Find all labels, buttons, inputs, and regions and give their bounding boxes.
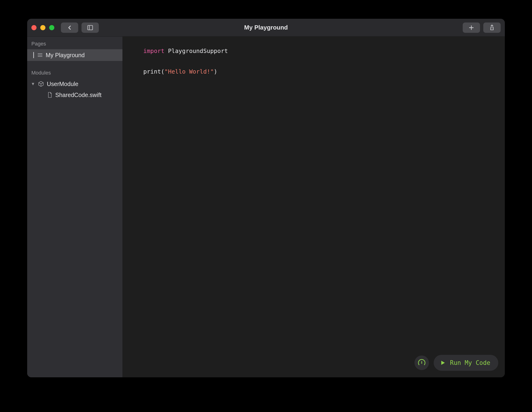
toolbar-left-buttons xyxy=(61,22,99,33)
minimize-window-button[interactable] xyxy=(40,25,45,30)
share-icon xyxy=(489,24,495,31)
run-code-button[interactable]: Run My Code xyxy=(434,355,498,371)
file-item-sharedcode[interactable]: SharedCode.swift xyxy=(27,89,123,100)
maximize-window-button[interactable] xyxy=(49,25,54,30)
performance-gauge-button[interactable] xyxy=(414,355,429,370)
code-editor[interactable]: import PlaygroundSupport print("Hello Wo… xyxy=(123,37,505,377)
toolbar-right-buttons xyxy=(463,22,501,33)
package-icon xyxy=(38,81,44,87)
module-item-label: UserModule xyxy=(47,81,78,88)
svg-rect-0 xyxy=(88,25,93,30)
sidebar: Pages My Playground Modules ▼ UserModule xyxy=(27,37,123,377)
modules-section-header: Modules xyxy=(27,68,123,78)
sidebar-icon xyxy=(87,24,94,31)
file-item-label: SharedCode.swift xyxy=(55,92,101,98)
page-item-my-playground[interactable]: My Playground xyxy=(27,49,123,61)
modules-section: Modules ▼ UserModule SharedCode.swift xyxy=(27,66,123,100)
window-body: Pages My Playground Modules ▼ UserModule xyxy=(27,37,505,377)
file-icon xyxy=(47,92,52,98)
toggle-sidebar-button[interactable] xyxy=(82,22,99,33)
traffic-lights xyxy=(31,25,54,30)
pages-section-header: Pages xyxy=(27,37,123,49)
window-title: My Playground xyxy=(244,24,288,31)
code-string: "Hello World!" xyxy=(164,68,214,75)
add-button[interactable] xyxy=(463,22,480,33)
code-keyword: import xyxy=(143,48,164,54)
page-lines-icon xyxy=(37,53,43,58)
selection-indicator xyxy=(33,52,34,58)
run-button-label: Run My Code xyxy=(450,358,490,368)
module-item-usermodule[interactable]: ▼ UserModule xyxy=(27,78,123,89)
page-item-label: My Playground xyxy=(46,52,85,59)
code-content: import PlaygroundSupport print("Hello Wo… xyxy=(143,46,228,77)
gauge-icon xyxy=(418,359,426,367)
titlebar: My Playground xyxy=(27,19,505,37)
svg-marker-10 xyxy=(441,361,445,365)
run-bar: Run My Code xyxy=(414,355,498,371)
code-function: print xyxy=(143,68,161,75)
play-icon xyxy=(440,360,446,366)
plus-icon xyxy=(468,24,475,31)
code-identifier: PlaygroundSupport xyxy=(168,48,228,54)
app-window: My Playground Pages My Playground xyxy=(27,19,505,377)
share-button[interactable] xyxy=(483,22,501,33)
back-button[interactable] xyxy=(61,22,78,33)
chevron-left-icon xyxy=(66,24,73,31)
code-paren-open: ( xyxy=(161,68,164,75)
disclosure-triangle-icon[interactable]: ▼ xyxy=(31,82,35,87)
code-paren-close: ) xyxy=(214,68,217,75)
close-window-button[interactable] xyxy=(31,25,37,30)
